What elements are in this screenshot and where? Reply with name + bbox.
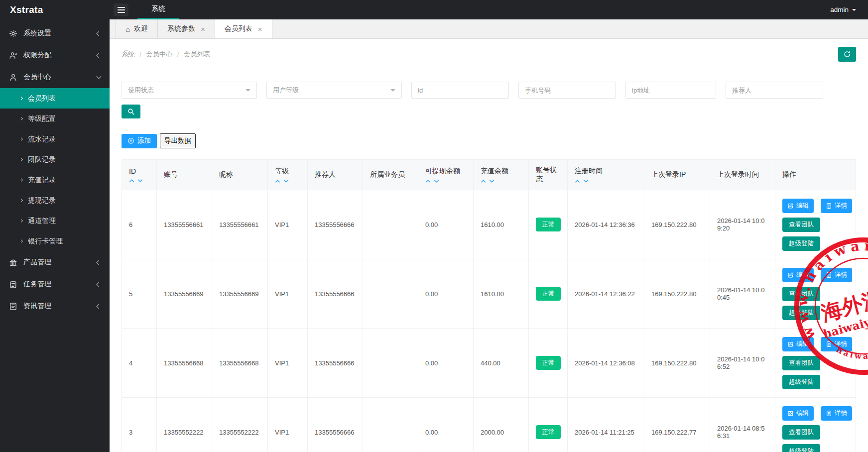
level-select[interactable]: 用户等级 (266, 82, 402, 99)
cell-recharge: 2000.00 (474, 398, 529, 452)
tabbar: ⌂ 欢迎 系统参数 × 会员列表 × (110, 19, 868, 39)
chevron-down-icon (97, 74, 102, 79)
sort-asc-icon (481, 179, 486, 183)
super-login-button[interactable]: 超级登陆 (782, 375, 820, 389)
search-icon (127, 108, 135, 115)
chevron-down-icon (246, 89, 250, 94)
sidebar-item-label: 会员中心 (23, 73, 51, 82)
user-menu[interactable]: admin (830, 6, 868, 13)
super-login-button[interactable]: 超级登陆 (782, 306, 820, 320)
cell-id: 4 (122, 329, 157, 398)
topnav-item-system[interactable]: 系统 (137, 0, 179, 19)
column-header-register-time[interactable]: 注册时间 (568, 160, 644, 190)
cell-level: VIP1 (268, 398, 308, 452)
detail-button[interactable]: 详情 (821, 199, 852, 213)
refresh-button[interactable] (838, 47, 856, 62)
cell-salesman (363, 398, 418, 452)
id-input[interactable] (411, 82, 509, 99)
cell-nickname: 13355552222 (212, 398, 268, 452)
cell-withdrawable: 0.00 (418, 329, 474, 398)
detail-button[interactable]: 详情 (821, 406, 852, 421)
breadcrumb-item: 系统 (122, 50, 135, 59)
sort-desc-icon (283, 179, 289, 183)
gear-icon (9, 29, 17, 38)
sidebar-item-news-management[interactable]: 资讯管理 (0, 295, 110, 317)
sidebar-subitem-channel-management[interactable]: 通道管理 (0, 211, 110, 231)
sidebar-subitem-flow-records[interactable]: 流水记录 (0, 129, 110, 149)
sidebar-subitem-bankcard-management[interactable]: 银行卡管理 (0, 231, 110, 251)
cell-last-ip: 169.150.222.80 (644, 190, 710, 259)
sidebar-item-system-settings[interactable]: 系统设置 (0, 22, 110, 44)
cell-account: 13355552222 (157, 398, 212, 452)
tab-welcome[interactable]: ⌂ 欢迎 (116, 19, 158, 38)
sidebar-subitem-withdraw-records[interactable]: 提现记录 (0, 190, 110, 211)
chevron-right-icon (19, 158, 23, 161)
cell-id: 3 (122, 398, 157, 452)
sidebar-item-product-management[interactable]: 产品管理 (0, 251, 110, 273)
add-button[interactable]: 添加 (122, 134, 157, 148)
detail-button[interactable]: 详情 (821, 268, 852, 282)
sort-controls[interactable] (425, 179, 466, 183)
submenu-label: 等级配置 (28, 114, 56, 123)
cell-recharge: 1610.00 (474, 190, 529, 259)
sidebar-subitem-team-records[interactable]: 团队记录 (0, 149, 110, 170)
column-header-id[interactable]: ID (122, 160, 157, 190)
sort-controls[interactable] (481, 179, 521, 183)
breadcrumb-item: 会员列表 (184, 50, 211, 59)
edit-button[interactable]: 编辑 (782, 268, 814, 282)
chevron-down-icon (390, 89, 395, 94)
filter-bar: 使用状态 用户等级 (122, 82, 856, 99)
column-header-referrer: 推荐人 (308, 160, 363, 190)
detail-button[interactable]: 详情 (821, 337, 852, 351)
super-login-button[interactable]: 超级登陆 (782, 444, 820, 452)
view-team-button[interactable]: 查看团队 (782, 287, 820, 301)
sidebar-subitem-recharge-records[interactable]: 充值记录 (0, 170, 110, 190)
view-team-button[interactable]: 查看团队 (782, 425, 820, 440)
sort-asc-icon (129, 179, 134, 183)
sidebar-subitem-member-list[interactable]: 会员列表 (0, 88, 110, 109)
edit-icon (787, 410, 794, 417)
edit-button[interactable]: 编辑 (782, 199, 814, 213)
chevron-right-icon (19, 199, 23, 202)
column-header-recharge[interactable]: 充值余额 (474, 160, 529, 190)
column-header-account: 账号 (157, 160, 212, 190)
sidebar-item-task-management[interactable]: 任务管理 (0, 273, 110, 295)
phone-input[interactable] (518, 82, 616, 99)
sidebar-item-label: 系统设置 (23, 29, 51, 38)
column-header-withdrawable[interactable]: 可提现余额 (418, 160, 474, 190)
cell-last-ip: 169.150.222.80 (644, 259, 710, 329)
sort-asc-icon (275, 179, 280, 183)
sort-controls[interactable] (129, 179, 149, 183)
sort-desc-icon (434, 179, 439, 183)
status-select[interactable]: 使用状态 (122, 82, 257, 99)
chevron-right-icon (19, 97, 23, 100)
close-icon[interactable]: × (201, 25, 205, 33)
search-row (122, 105, 856, 118)
cell-nickname: 13355556661 (212, 190, 268, 259)
search-button[interactable] (122, 105, 140, 118)
sidebar-item-member-center[interactable]: 会员中心 (0, 66, 110, 88)
sidebar-subitem-level-config[interactable]: 等级配置 (0, 109, 110, 129)
sort-controls[interactable] (275, 179, 300, 183)
tab-label: 欢迎 (134, 24, 148, 33)
edit-button[interactable]: 编辑 (782, 406, 814, 421)
menu-toggle-button[interactable] (110, 0, 132, 19)
ip-input[interactable] (625, 82, 716, 99)
tab-member-list[interactable]: 会员列表 × (215, 19, 272, 38)
view-team-button[interactable]: 查看团队 (782, 218, 820, 232)
submenu-label: 银行卡管理 (28, 237, 63, 246)
cell-salesman (363, 190, 418, 259)
super-login-button[interactable]: 超级登陆 (782, 236, 820, 251)
referrer-input[interactable] (726, 82, 823, 99)
tab-label: 系统参数 (167, 24, 195, 33)
view-team-button[interactable]: 查看团队 (782, 356, 820, 370)
cell-last-login-time: 2026-01-14 10:00:45 (710, 259, 775, 329)
user-icon (9, 73, 17, 82)
close-icon[interactable]: × (258, 25, 262, 33)
sidebar-item-permission-assign[interactable]: 权限分配 (0, 44, 110, 66)
tab-system-params[interactable]: 系统参数 × (158, 19, 215, 38)
sort-controls[interactable] (575, 179, 637, 183)
column-header-level[interactable]: 等级 (268, 160, 308, 190)
export-data-button[interactable]: 导出数据 (160, 133, 196, 148)
edit-button[interactable]: 编辑 (782, 337, 814, 351)
